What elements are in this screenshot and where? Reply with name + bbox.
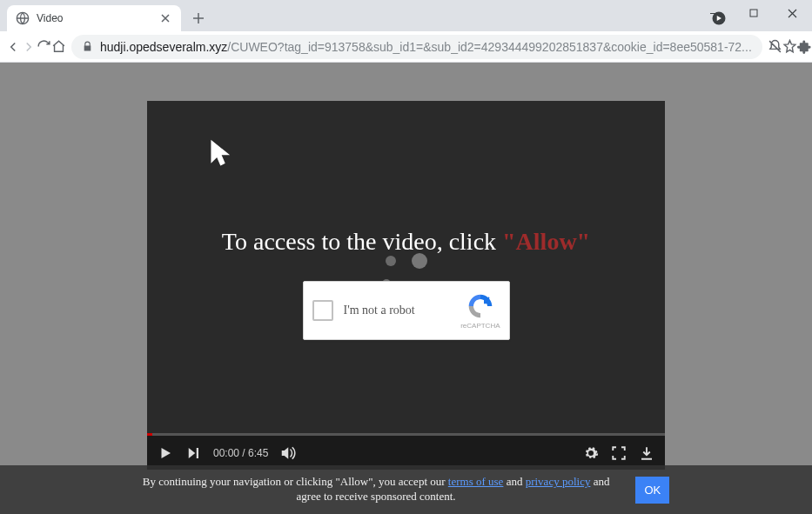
recaptcha-label: I'm not a robot (344, 304, 461, 317)
settings-gear-icon[interactable] (583, 445, 599, 461)
forward-button[interactable] (21, 34, 37, 60)
cursor-arrow-icon (208, 137, 238, 170)
fake-video-player: To access to the video, click "Allow" I'… (147, 101, 665, 470)
browser-toolbar: hudji.opedseveralm.xyz /CUWEO?tag_id=913… (0, 31, 812, 63)
consent-ok-button[interactable]: OK (635, 477, 669, 504)
recaptcha-box[interactable]: I'm not a robot reCAPTCHA (303, 281, 510, 340)
next-button[interactable] (185, 445, 201, 461)
tab-title: Video (37, 12, 158, 24)
notifications-blocked-icon[interactable] (768, 34, 782, 60)
extensions-icon[interactable] (797, 34, 812, 60)
home-button[interactable] (51, 34, 66, 60)
reload-button[interactable] (37, 34, 51, 60)
address-domain: hudji.opedseveralm.xyz (100, 40, 227, 54)
allow-word: "Allow" (502, 228, 590, 255)
globe-icon (16, 11, 30, 25)
consent-text: By continuing your navigation or clickin… (143, 475, 610, 504)
fullscreen-button[interactable] (611, 445, 627, 461)
lock-icon (82, 41, 93, 52)
maximize-button[interactable] (734, 0, 773, 26)
address-path: /CUWEO?tag_id=913758&sub_id1=&sub_id2=42… (227, 40, 752, 54)
allow-prompt-text: To access to the video, click "Allow" (147, 228, 665, 256)
address-bar[interactable]: hudji.opedseveralm.xyz /CUWEO?tag_id=913… (71, 35, 762, 59)
consent-text-line2: agree to receive sponsored content. (297, 490, 456, 503)
recaptcha-logo: reCAPTCHA (460, 292, 500, 330)
bookmark-star-icon[interactable] (782, 34, 797, 60)
browser-tab[interactable]: Video (7, 5, 181, 31)
svg-rect-2 (750, 10, 757, 17)
window-controls (695, 0, 812, 26)
close-tab-icon[interactable] (158, 11, 172, 25)
download-button[interactable] (639, 445, 654, 461)
loading-dots (386, 256, 427, 269)
minimize-button[interactable] (695, 0, 734, 26)
recaptcha-checkbox[interactable] (312, 300, 333, 321)
play-button[interactable] (158, 445, 173, 461)
recaptcha-brand: reCAPTCHA (460, 322, 500, 330)
page-content: To access to the video, click "Allow" I'… (0, 63, 812, 514)
terms-link[interactable]: terms of use (448, 475, 504, 488)
back-button[interactable] (5, 34, 21, 60)
consent-banner: By continuing your navigation or clickin… (0, 465, 812, 514)
timecode: 00:00 / 6:45 (213, 447, 268, 459)
consent-text-b: and (590, 475, 609, 488)
consent-text-mid: and (503, 475, 525, 488)
titlebar: Video (0, 0, 812, 31)
privacy-link[interactable]: privacy policy (526, 475, 591, 488)
new-tab-button[interactable] (186, 6, 211, 30)
close-window-button[interactable] (773, 0, 812, 26)
consent-text-a: By continuing your navigation or clickin… (143, 475, 448, 488)
volume-button[interactable] (280, 445, 298, 461)
prompt-prefix: To access to the video, click (222, 228, 502, 255)
